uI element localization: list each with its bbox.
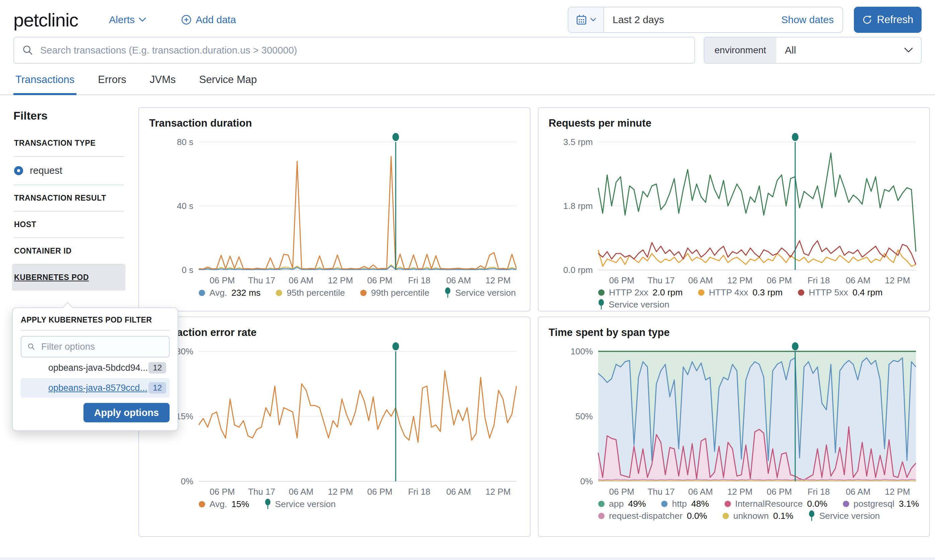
filter-options-input[interactable] [40,341,163,352]
legend-value: 232 ms [231,288,261,298]
filter-section-kubernetes-pod[interactable]: KUBERNETES POD [12,265,125,291]
chart-title: Transaction duration [149,117,520,129]
chart-legend: Avg.232 ms95th percentile99th percentile… [199,288,520,298]
annotation-pin-icon [809,511,815,521]
svg-text:0 s: 0 s [182,265,193,275]
environment-select[interactable]: environment All [704,37,921,64]
legend-label: Service version [608,299,669,310]
legend-item-http-2xx[interactable]: HTTP 2xx2.0 rpm [598,288,682,298]
legend-dot-icon [698,289,704,296]
svg-text:06 AM: 06 AM [447,275,471,285]
svg-text:06 AM: 06 AM [846,275,871,285]
tab-transactions[interactable]: Transactions [14,74,76,95]
header-right: Last 2 days Show dates Refresh [568,7,921,33]
chart-title: Time spent by span type [548,326,919,338]
filters-title: Filters [14,109,124,122]
pod-option-2[interactable]: opbeans-java-8579ccd... 12 [21,378,169,398]
legend-item-postgresql[interactable]: postgresql3.1% [843,499,919,509]
svg-text:Fri 18: Fri 18 [408,275,430,285]
filter-section-host[interactable]: HOST [14,212,124,238]
legend-label: unknown [733,511,769,521]
legend-value: 3.1% [899,499,919,509]
legend-item-service-version[interactable]: Service version [265,499,336,509]
svg-text:Thu 17: Thu 17 [647,487,675,497]
pod-option-label: opbeans-java-8579ccd... [48,383,148,393]
apply-options-button[interactable]: Apply options [83,403,169,422]
search-input[interactable] [40,45,686,56]
svg-text:12 PM: 12 PM [485,487,510,497]
alerts-label: Alerts [109,14,135,25]
legend-item-avg-[interactable]: Avg.15% [199,499,250,509]
svg-text:0%: 0% [580,476,593,486]
legend-item-service-version[interactable]: Service version [809,511,880,521]
legend-value: 48% [691,499,709,509]
svg-text:50%: 50% [575,411,593,422]
search-bar[interactable] [14,37,695,64]
filter-section-transaction-result[interactable]: TRANSACTION RESULT [14,185,124,212]
svg-text:06 PM: 06 PM [210,275,235,285]
legend-dot-icon [598,289,605,296]
time-spent-by-span-type-card: Time spent by span type 100%50%0%06 PMTh… [538,317,930,537]
show-dates-link[interactable]: Show dates [781,14,843,25]
svg-text:06 PM: 06 PM [767,487,792,497]
legend-item-unknown[interactable]: unknown0.1% [722,511,793,521]
time-range-value[interactable]: Last 2 days [604,14,664,25]
legend-label: Avg. [209,499,227,509]
apm-service-page: petclinic Alerts Add data [0,0,935,560]
refresh-icon [862,15,872,25]
transaction-type-option[interactable]: request [14,157,124,185]
legend-item-service-version[interactable]: Service version [445,288,516,298]
calendar-dropdown-button[interactable] [568,8,604,32]
date-range-picker[interactable]: Last 2 days Show dates [568,7,843,33]
legend-label: request-dispatcher [609,511,682,521]
transaction-error-rate-chart: 30%15%0%06 PMThu 1706 AM12 PM06 PMFri 18… [149,341,520,499]
legend-item-http-5xx[interactable]: HTTP 5xx0.4 rpm [798,288,883,298]
add-data-button[interactable]: Add data [181,14,236,25]
legend-item-request-dispatcher[interactable]: request-dispatcher0.0% [598,511,707,521]
alerts-menu[interactable]: Alerts [109,14,146,25]
legend-item-99th-percentile[interactable]: 99th percentile [360,288,429,298]
chart-legend: app49%http48%InternalResource0.0%postgre… [598,499,919,521]
tab-jvms[interactable]: JVMs [148,74,178,94]
radio-selected-icon[interactable] [14,166,23,175]
svg-text:12 PM: 12 PM [485,275,510,285]
svg-text:Thu 17: Thu 17 [248,275,275,285]
legend-item-service-version[interactable]: Service version [598,299,669,310]
service-title: petclinic [14,9,78,31]
svg-text:Thu 17: Thu 17 [647,275,675,285]
chevron-down-icon [590,18,596,22]
tab-bar: Transactions Errors JVMs Service Map [0,64,935,95]
filter-section-transaction-type[interactable]: TRANSACTION TYPE [14,130,124,157]
refresh-label: Refresh [877,14,913,26]
legend-item-app[interactable]: app49% [598,499,646,509]
filter-section-container-id[interactable]: CONTAINER ID [14,238,124,265]
svg-text:Thu 17: Thu 17 [248,487,275,497]
search-icon [22,45,34,56]
svg-text:06 AM: 06 AM [288,275,313,285]
legend-item-95th-percentile[interactable]: 95th percentile [276,288,345,298]
svg-text:06 PM: 06 PM [767,275,792,285]
refresh-button[interactable]: Refresh [854,7,921,33]
legend-value: 49% [628,499,646,509]
legend-dot-icon [199,501,205,508]
legend-item-internalresource[interactable]: InternalResource0.0% [724,499,827,509]
legend-dot-icon [276,290,282,296]
page-bottom-edge [0,557,935,560]
tab-errors[interactable]: Errors [96,74,128,94]
legend-value: 0.3 rpm [752,288,783,298]
legend-item-http-4xx[interactable]: HTTP 4xx0.3 rpm [698,288,783,298]
tab-service-map[interactable]: Service Map [197,74,259,94]
pod-option-1[interactable]: opbeans-java-5bdcd94... 12 [21,358,169,377]
svg-text:06 PM: 06 PM [609,275,635,285]
svg-text:Fri 18: Fri 18 [808,275,830,285]
svg-text:06 AM: 06 AM [846,487,871,497]
pod-option-count-badge: 12 [148,382,166,394]
popup-filter-search[interactable] [21,336,169,357]
legend-dot-icon [199,290,205,296]
transaction-type-option-label: request [30,165,62,176]
legend-item-avg-[interactable]: Avg.232 ms [199,288,260,298]
legend-item-http[interactable]: http48% [661,499,709,509]
annotation-pin-icon [265,499,271,509]
svg-text:06 PM: 06 PM [609,487,635,497]
legend-label: http [672,499,687,509]
